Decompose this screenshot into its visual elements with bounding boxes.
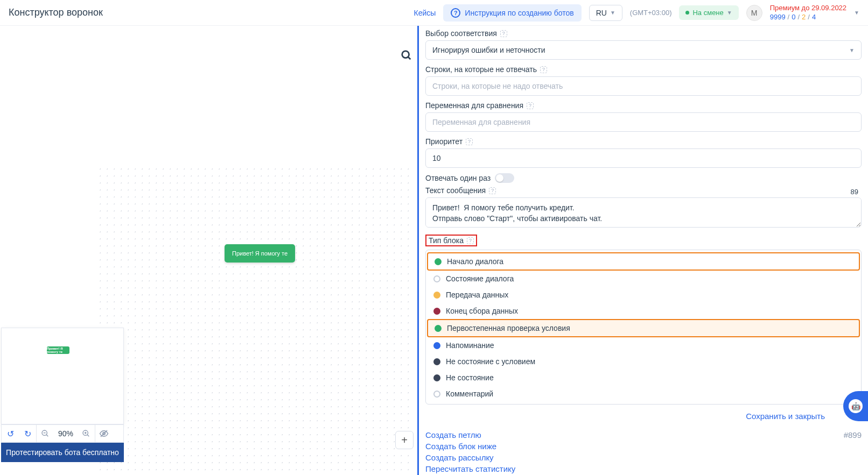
page-title: Конструктор воронок	[9, 7, 103, 18]
avatar[interactable]: М	[746, 5, 762, 21]
status-label: На смене	[692, 9, 723, 17]
top-bar-right: Кейсы ? Инструкция по созданию ботов RU …	[414, 4, 859, 22]
counter-b: 0	[792, 13, 795, 22]
instruction-button[interactable]: ? Инструкция по созданию ботов	[443, 4, 581, 22]
counter-c: 2	[802, 13, 806, 22]
chevron-down-icon: ▼	[610, 10, 615, 16]
language-value: RU	[596, 9, 607, 17]
status-dot-icon	[685, 11, 689, 15]
top-bar: Конструктор воронок Кейсы ? Инструкция п…	[0, 0, 868, 26]
language-select[interactable]: RU ▼	[589, 5, 622, 21]
premium-block: Премиум до 29.09.2022 9999 / 0 / 2 / 4	[770, 4, 846, 22]
chevron-down-icon: ▼	[727, 10, 732, 16]
counter-a: 9999	[770, 13, 786, 22]
status-pill[interactable]: На смене ▼	[679, 5, 738, 20]
counters: 9999 / 0 / 2 / 4	[770, 13, 846, 22]
timezone-label: (GMT+03:00)	[630, 9, 672, 17]
chevron-down-icon[interactable]: ▼	[854, 10, 859, 16]
instruction-label: Инструкция по созданию ботов	[465, 9, 573, 17]
premium-until: Премиум до 29.09.2022	[770, 4, 846, 13]
cases-link[interactable]: Кейсы	[414, 9, 436, 17]
counter-d: 4	[812, 13, 816, 22]
help-icon: ?	[451, 8, 460, 18]
